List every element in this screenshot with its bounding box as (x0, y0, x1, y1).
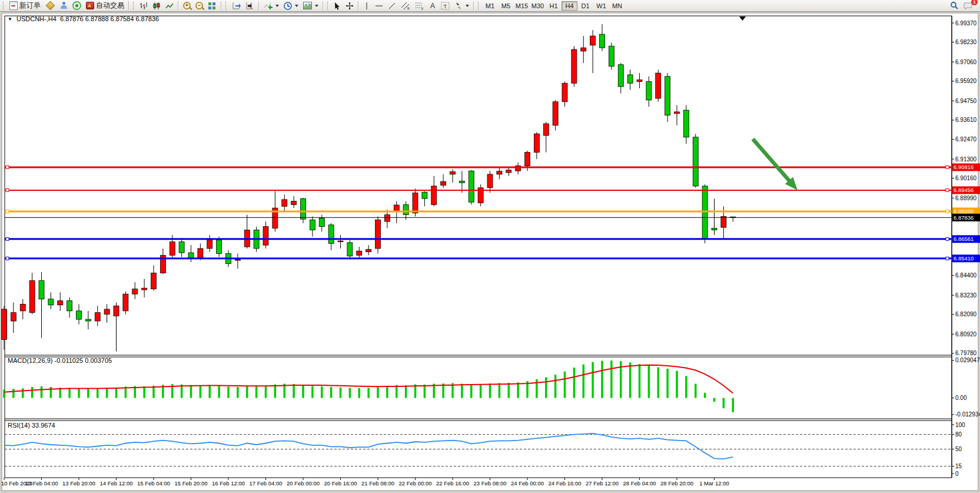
new-order-button[interactable]: 新订单 (7, 1, 43, 11)
bar-chart-icon (139, 2, 148, 10)
svg-text:0.00: 0.00 (955, 395, 967, 401)
bar-chart-button[interactable] (137, 1, 150, 11)
trendline-tool-button[interactable] (386, 1, 398, 11)
svg-text:13 Feb 20:00: 13 Feb 20:00 (62, 480, 95, 487)
chart-shift-button[interactable] (243, 1, 257, 11)
svg-text:6.97060: 6.97060 (955, 59, 977, 65)
timeframe-group: M1M5M15M30H1H4D1W1MN (482, 1, 625, 11)
svg-text:15 Feb 20:00: 15 Feb 20:00 (175, 480, 208, 487)
svg-text:6.79780: 6.79780 (955, 350, 977, 356)
toolbar-grip[interactable] (225, 2, 228, 10)
svg-text:50: 50 (955, 446, 962, 452)
zoom-in-icon: + (183, 2, 191, 9)
svg-text:16 Feb 12:00: 16 Feb 12:00 (212, 480, 245, 487)
ohlc-readout: 6.87876 6.87888 6.87584 6.87836 (60, 15, 159, 22)
timeframe-m15[interactable]: M15 (514, 1, 530, 11)
separator (178, 1, 179, 10)
svg-text:T: T (444, 3, 447, 9)
separator (128, 1, 129, 10)
svg-text:6.85410: 6.85410 (954, 255, 974, 262)
timeframe-h1[interactable]: H1 (546, 1, 562, 11)
timeframe-mn[interactable]: MN (609, 1, 625, 11)
svg-text:1 Mar 12:00: 1 Mar 12:00 (699, 480, 729, 487)
svg-text:F: F (421, 7, 424, 10)
svg-text:6.86561: 6.86561 (954, 236, 974, 242)
template-icon (303, 2, 312, 9)
line-chart-icon (165, 2, 174, 10)
cursor-tool-button[interactable] (331, 1, 343, 11)
toolbar-grip[interactable] (327, 2, 330, 10)
autotrading-button[interactable]: 自动交易 (84, 1, 127, 11)
svg-text:6.80920: 6.80920 (955, 331, 977, 338)
toolbar-grip[interactable] (478, 2, 480, 10)
collapse-triangle-icon[interactable]: ▼ (8, 16, 12, 22)
macd-label: MACD(12,26,9) -0.011025 0.003705 (8, 357, 112, 364)
equidistant-channel-icon: E (401, 2, 410, 10)
label-tool-button[interactable]: T (438, 1, 452, 11)
vertical-line-tool-button[interactable] (361, 1, 373, 11)
toolbar: 新订单 自动交易 + − (0, 0, 980, 12)
signal-icon (72, 1, 81, 10)
toolbar-grip[interactable] (133, 2, 135, 10)
zoom-in-button[interactable]: + (181, 1, 193, 11)
candlestick-chart-icon (152, 2, 161, 10)
svg-text:6.93610: 6.93610 (955, 117, 977, 123)
person-icon (60, 2, 68, 9)
chart-shift-icon (245, 2, 254, 10)
svg-text:6.84400: 6.84400 (955, 272, 977, 279)
text-tool-button[interactable]: A (427, 1, 438, 11)
zoom-out-button[interactable]: − (193, 1, 205, 11)
vertical-line-icon (364, 2, 370, 10)
separator (258, 1, 260, 10)
community-button[interactable] (58, 1, 70, 11)
tile-windows-button[interactable] (205, 1, 219, 11)
svg-text:27 Feb 12:00: 27 Feb 12:00 (586, 480, 619, 487)
fibonacci-tool-button[interactable]: F (413, 1, 427, 11)
separator (358, 1, 359, 10)
periods-button[interactable] (281, 1, 301, 11)
indicators-button[interactable] (261, 1, 281, 11)
svg-text:6.88200: 6.88200 (954, 208, 974, 214)
signals-button[interactable] (70, 1, 84, 11)
templates-button[interactable] (301, 1, 321, 11)
svg-text:0: 0 (955, 471, 959, 477)
arrows-tool-button[interactable] (452, 1, 471, 11)
line-chart-button[interactable] (163, 1, 176, 11)
svg-text:14 Feb 12:00: 14 Feb 12:00 (100, 480, 133, 487)
channel-tool-button[interactable]: E (398, 1, 413, 11)
horizontal-line-icon (375, 3, 383, 9)
svg-text:6.88990: 6.88990 (955, 195, 977, 201)
charts-button[interactable] (43, 1, 58, 11)
svg-text:6.90816: 6.90816 (954, 164, 974, 170)
svg-text:-0.012934: -0.012934 (955, 411, 980, 418)
auto-scroll-button[interactable] (230, 1, 243, 11)
search-button[interactable] (948, 1, 961, 11)
crosshair-tool-button[interactable] (343, 1, 356, 11)
candlestick-chart-button[interactable] (150, 1, 163, 11)
dropdown-caret (466, 5, 469, 7)
timeframe-m30[interactable]: M30 (530, 1, 546, 11)
notifications-button[interactable]: 1 (961, 1, 975, 11)
svg-text:6.92470: 6.92470 (955, 136, 977, 143)
text-label-icon: T (441, 2, 450, 10)
timeframe-h4[interactable]: H4 (562, 1, 577, 11)
dropdown-caret (295, 5, 298, 7)
svg-text:6.83230: 6.83230 (955, 292, 977, 299)
svg-text:100: 100 (955, 422, 965, 428)
autotrading-icon (86, 2, 94, 9)
trendline-icon (388, 2, 396, 10)
svg-text:80: 80 (955, 431, 962, 438)
timeframe-m1[interactable]: M1 (482, 1, 498, 11)
price-chart[interactable]: 6.993706.982306.970606.959206.947506.936… (0, 0, 980, 493)
diamond-icon (46, 1, 55, 11)
horizontal-line-tool-button[interactable] (373, 1, 386, 11)
svg-text:24 Feb 16:00: 24 Feb 16:00 (549, 480, 582, 487)
timeframe-w1[interactable]: W1 (593, 1, 609, 11)
timeframe-d1[interactable]: D1 (577, 1, 593, 11)
svg-text:6.99370: 6.99370 (955, 20, 977, 27)
svg-text:22 Feb 16:00: 22 Feb 16:00 (436, 480, 469, 487)
toolbar-grip[interactable] (3, 2, 5, 10)
clock-icon (284, 2, 292, 10)
timeframe-m5[interactable]: M5 (498, 1, 514, 11)
cursor-icon (334, 2, 341, 10)
